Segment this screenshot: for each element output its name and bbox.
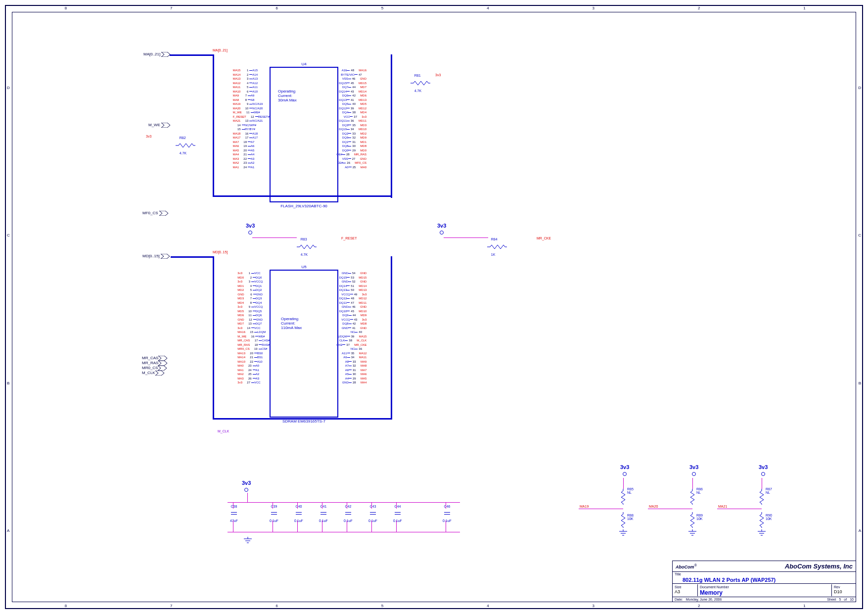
- pin-32: MA8 32 A7: [336, 364, 367, 368]
- logo-text: AboCom: [676, 565, 694, 569]
- pin-46: GND 46 GND: [336, 305, 367, 309]
- pin-25: MA2 25 A2: [236, 372, 270, 377]
- pin-44: MD9 44 DQ9: [336, 313, 367, 318]
- resistor-r88: R8810K: [627, 514, 634, 520]
- pin-num: 31: [352, 368, 360, 373]
- pin-name: A9: [343, 355, 347, 360]
- pwr-3v3-r83: 3v3: [246, 223, 255, 229]
- pin-name: DQ4: [256, 301, 262, 305]
- pin-net: MA13: [236, 351, 246, 356]
- pin-num: 6: [241, 90, 249, 94]
- pin-49: 3v3 49 VCCQ: [336, 292, 367, 297]
- pin-name: DQ14: [339, 90, 347, 94]
- wire-r84: [444, 237, 488, 238]
- pin-num: 41: [350, 98, 358, 102]
- cap-ref: C38: [230, 505, 238, 508]
- pin-net: MA1: [236, 368, 244, 373]
- pin-name: A16: [342, 68, 347, 73]
- pin-name: BYTE/VIO: [341, 73, 355, 77]
- pin-name: A3: [251, 157, 254, 161]
- pin-net: MA10: [236, 360, 246, 364]
- pin-net: MA10: [232, 90, 242, 94]
- pin-net: 3v3: [236, 271, 243, 276]
- pin-name: BS0: [257, 351, 263, 356]
- pin-name: DQ2: [256, 288, 262, 292]
- u5-note: Operating Current: 110mA Max: [281, 317, 302, 330]
- wire-cap-feed: [247, 493, 248, 502]
- title-block: AboCom® AboCom Systems, Inc Title 802.11…: [672, 561, 856, 602]
- pin-name: DQ15: [339, 81, 347, 86]
- pin-net: M_WE: [236, 334, 247, 339]
- pin-name: DQ8: [342, 144, 348, 148]
- pin-num: 42: [352, 322, 360, 326]
- cap-c41: C41 0.1uF: [319, 505, 328, 522]
- pin-net: MR_CKE: [353, 343, 367, 347]
- pin-name: DQ6: [342, 94, 348, 98]
- pin-net: MD15: [358, 276, 367, 280]
- pin-net: MA7: [232, 140, 240, 144]
- pin-name: NC: [351, 347, 355, 351]
- pin-name: A2: [251, 161, 254, 165]
- pin-name: A17: [252, 136, 258, 140]
- net-f-reset: F_RESET: [341, 236, 357, 240]
- pin-10: MA20 10 NC/A20: [232, 106, 270, 111]
- pin-18: MR_RAS 18 RAS#: [236, 343, 270, 347]
- pin-name: DQ3: [342, 123, 348, 128]
- pin-num: 22: [240, 157, 248, 161]
- pin-name: NC/A20: [252, 106, 263, 111]
- svg-marker-5: [158, 361, 167, 366]
- pin-net: 3v3: [236, 305, 243, 309]
- pin-net: 3v3: [236, 326, 243, 331]
- pin-num: 6: [245, 292, 253, 297]
- pin-net: MD11: [358, 301, 367, 305]
- pin-name: DQ8: [342, 322, 348, 326]
- pin-num: 27: [351, 157, 359, 161]
- pin-19: MA6 19 A6: [232, 144, 270, 148]
- pin-num: 7: [240, 94, 248, 98]
- pin-num: 23: [245, 364, 253, 368]
- ruler-col: 1: [803, 604, 805, 608]
- pin-num: 39: [350, 334, 358, 339]
- cap-val: 0.1uF: [393, 519, 402, 522]
- cap-c44: C44 0.1uF: [393, 505, 402, 522]
- pin-net: MD11: [358, 119, 367, 123]
- pin-14: 3v3 14 VCC: [236, 326, 270, 331]
- pin-name: VSS: [342, 157, 348, 161]
- pin-name: UDQM: [338, 334, 347, 339]
- pin-net: MD7: [359, 85, 367, 90]
- pin-47: 47 BYTE/VIO: [336, 73, 367, 77]
- pin-name: VCCQ: [254, 280, 263, 284]
- pin-num: 5: [245, 288, 253, 292]
- pin-name: RESET#: [258, 115, 270, 119]
- pin-net: GND: [359, 326, 367, 331]
- pin-net: MA0: [236, 364, 244, 368]
- pin-num: 46: [351, 305, 359, 309]
- pin-name: VCC: [254, 326, 261, 331]
- pin-num: 14: [243, 326, 251, 331]
- pin-num: 41: [351, 326, 359, 331]
- pin-num: 15: [234, 127, 242, 132]
- pin-15: 15 RY/BY#: [232, 127, 270, 132]
- pin-name: DQ13: [339, 288, 347, 292]
- cap-c40: C40 0.1uF: [294, 505, 303, 522]
- pin-net: MA4: [232, 152, 240, 157]
- pin-50: MD13 50 DQ13: [336, 288, 367, 292]
- pin-40: 40 NC: [336, 330, 367, 334]
- pin-name: VCC: [254, 380, 261, 385]
- pin-net: MA0: [360, 165, 367, 170]
- pin-net: MA15: [232, 68, 242, 73]
- pin-net: MD8: [360, 322, 368, 326]
- pin-num: 2: [245, 276, 253, 280]
- gnd-caps: [244, 537, 252, 544]
- pin-name: CE#: [337, 161, 343, 165]
- ruler-row: A: [859, 528, 861, 533]
- pin-num: 33: [352, 360, 360, 364]
- pin-name: WE#: [258, 334, 265, 339]
- pin-name: DQ13: [339, 98, 347, 102]
- pin-name: A15: [252, 68, 258, 73]
- pin-54: GND 54 GND: [336, 271, 367, 276]
- pin-42: MD6 42 DQ6: [336, 94, 367, 98]
- pin-num: 19: [240, 144, 248, 148]
- pin-num: 12: [247, 115, 255, 119]
- pin-name: A18: [252, 132, 258, 136]
